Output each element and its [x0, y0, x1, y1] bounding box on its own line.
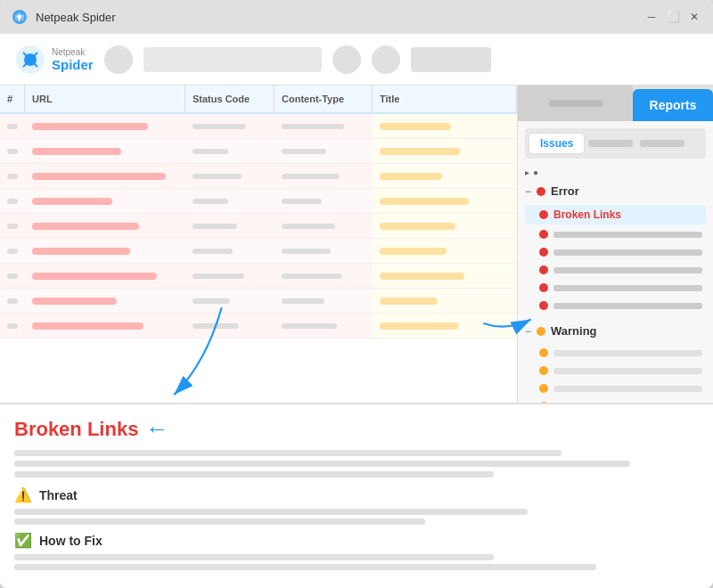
- table-row[interactable]: [0, 289, 517, 314]
- issue-item-bar: [553, 368, 702, 374]
- col-title: Title: [373, 86, 517, 112]
- app-icon: 🕷: [11, 8, 29, 26]
- warning-group: − Warning: [525, 321, 706, 403]
- broken-links-label: Broken Links: [553, 208, 621, 221]
- toolbar-action-button[interactable]: [411, 47, 491, 72]
- toolbar-circle-3: [372, 45, 400, 74]
- issue-item[interactable]: [525, 262, 706, 278]
- issue-item[interactable]: [525, 298, 706, 314]
- tab-reports[interactable]: Reports: [633, 89, 713, 121]
- tab-placeholder[interactable]: [518, 86, 633, 121]
- warning-dot: [537, 327, 545, 336]
- table-row[interactable]: [0, 214, 517, 239]
- warning-group-header: − Warning: [525, 321, 706, 341]
- table-body: [0, 114, 517, 403]
- collapse-warning-icon[interactable]: −: [525, 325, 531, 338]
- error-group-title: Error: [551, 184, 579, 198]
- warning-group-title: Warning: [551, 324, 597, 338]
- issue-item-bar: [553, 232, 702, 238]
- issues-section: Issues ▸ ● − Error: [518, 121, 713, 403]
- issue-item-bar: [553, 303, 702, 309]
- threat-row: ⚠️ Threat: [14, 486, 699, 503]
- col-content: Content-Type: [275, 86, 373, 112]
- window-title: Netpeak Spider: [36, 11, 636, 24]
- desc-line: [14, 450, 561, 456]
- close-button[interactable]: ✕: [686, 9, 702, 25]
- howtofix-lines: [14, 554, 699, 570]
- tab-bar-placeholder-2: [640, 140, 684, 147]
- issue-dot-orange: [539, 384, 548, 393]
- table-row[interactable]: [0, 314, 517, 339]
- table-row[interactable]: [0, 239, 517, 264]
- collapse-error-icon[interactable]: −: [525, 185, 531, 198]
- app-toolbar: Netpeak Spider: [0, 34, 713, 86]
- tab-placeholder-bar: [549, 100, 602, 107]
- warning-item[interactable]: [525, 363, 706, 379]
- minimize-button[interactable]: ─: [643, 9, 660, 25]
- issue-item-bar: [553, 350, 702, 356]
- title-bar: 🕷 Netpeak Spider ─ ⬜ ✕: [0, 0, 713, 34]
- threat-label: Threat: [39, 488, 78, 502]
- bottom-section: Broken Links ← ⚠️ Threat ✅ How to Fix: [0, 403, 713, 588]
- col-status: Status Code: [185, 86, 275, 112]
- toolbar-circle-2: [332, 45, 361, 74]
- table-header: # URL Status Code Content-Type Title: [0, 86, 517, 114]
- issue-item[interactable]: [525, 244, 706, 260]
- desc-line: [14, 461, 630, 467]
- bottom-description-lines: [14, 450, 699, 478]
- issue-item-broken-links[interactable]: Broken Links: [525, 205, 706, 225]
- issue-item-bar: [553, 386, 702, 392]
- logo-text: Netpeak Spider: [52, 47, 94, 72]
- error-collapse-icon[interactable]: ●: [533, 167, 538, 177]
- col-url: URL: [25, 86, 185, 112]
- threat-lines: [14, 509, 699, 525]
- tab-reports-label: Reports: [650, 98, 697, 112]
- broken-links-title: Broken Links: [14, 418, 138, 441]
- issue-item-bar: [553, 267, 702, 274]
- howtofix-row: ✅ How to Fix: [14, 532, 699, 549]
- main-area: # URL Status Code Content-Type Title: [0, 86, 713, 588]
- app-window: 🕷 Netpeak Spider ─ ⬜ ✕ Netpeak Spider: [0, 0, 713, 588]
- warning-item[interactable]: [525, 345, 706, 361]
- table-row[interactable]: [0, 164, 517, 189]
- howtofix-icon: ✅: [14, 532, 32, 549]
- issue-dot-orange: [539, 348, 548, 357]
- svg-text:🕷: 🕷: [15, 12, 24, 22]
- issue-dot-red: [539, 301, 548, 310]
- maximize-button[interactable]: ⬜: [665, 9, 681, 25]
- issue-item-bar: [553, 285, 702, 291]
- warning-item[interactable]: [525, 380, 706, 396]
- tab-bar-placeholder-1: [588, 140, 633, 147]
- logo-icon: [14, 44, 46, 76]
- issue-dot-red: [539, 283, 548, 292]
- threat-line: [14, 509, 528, 515]
- howtofix-line: [14, 554, 494, 560]
- toolbar-circle-1: [104, 45, 133, 74]
- issue-item[interactable]: [525, 280, 706, 296]
- issue-dot-red: [539, 210, 548, 219]
- howtofix-label: How to Fix: [39, 534, 102, 548]
- reports-tab-bar: Reports: [518, 86, 713, 121]
- table-row[interactable]: [0, 189, 517, 214]
- toolbar-url-input[interactable]: [143, 47, 322, 72]
- right-panel: Reports Issues ▸ ●: [517, 86, 713, 403]
- howtofix-line: [14, 564, 596, 570]
- table-row[interactable]: [0, 114, 517, 139]
- issue-dot-orange: [539, 402, 548, 403]
- table-row[interactable]: [0, 139, 517, 164]
- issue-item[interactable]: [525, 226, 706, 242]
- error-group: − Error Broken Links: [525, 181, 706, 314]
- tab-issues[interactable]: Issues: [529, 133, 585, 154]
- issue-dot-orange: [539, 366, 548, 375]
- logo: Netpeak Spider: [14, 44, 94, 76]
- table-panel: # URL Status Code Content-Type Title: [0, 86, 517, 403]
- issues-tab-bar: Issues: [525, 128, 706, 159]
- threat-line: [14, 519, 425, 525]
- issue-dot-red: [539, 265, 548, 274]
- table-row[interactable]: [0, 264, 517, 289]
- error-dot: [537, 187, 545, 196]
- window-controls: ─ ⬜ ✕: [643, 9, 702, 25]
- issue-dot-red: [539, 230, 548, 239]
- warning-item[interactable]: [525, 398, 706, 403]
- expand-icon[interactable]: ▸: [525, 167, 529, 177]
